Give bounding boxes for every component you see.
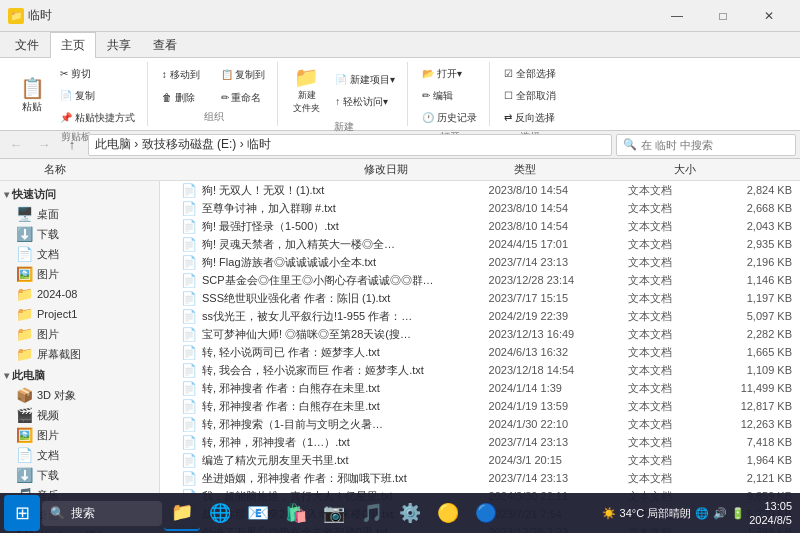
- taskbar-photos[interactable]: 📷: [316, 495, 352, 531]
- move-to-button[interactable]: ↕ 移动到: [156, 65, 213, 85]
- start-button[interactable]: ⊞: [4, 495, 40, 531]
- taskbar-file-explorer[interactable]: 📁: [164, 495, 200, 531]
- table-row[interactable]: 📄转, 我会合，轻小说家而巨 作者：姬梦李人.txt2023/12/18 14:…: [160, 361, 800, 379]
- clipboard-buttons: 📋 粘贴 ✂ 剪切 📄 复制 📌 粘贴快捷方式: [12, 64, 141, 128]
- taskbar-store[interactable]: 🛍️: [278, 495, 314, 531]
- copy-button[interactable]: 📄 复制: [54, 86, 141, 106]
- table-row[interactable]: 📄转, 邪神，邪神搜者（1…）.txt2023/7/14 23:13文本文档7,…: [160, 433, 800, 451]
- file-size: 2,043 KB: [716, 220, 800, 232]
- file-date: 2023/12/28 23:14: [485, 274, 624, 286]
- copy-to-button[interactable]: 📋 复制到: [215, 65, 272, 85]
- tab-share[interactable]: 共享: [96, 32, 142, 58]
- table-row[interactable]: 📄SSS绝世职业强化者 作者：陈旧 (1).txt2023/7/17 15:15…: [160, 289, 800, 307]
- table-row[interactable]: 📄SCP基金会◎住里王◎小阁心存者诚诚◎◎群…2023/12/28 23:14文…: [160, 271, 800, 289]
- file-date: 2023/7/14 23:13: [485, 472, 624, 484]
- table-row[interactable]: 📄狗! Flag游族者◎诚诚诚诚小全本.txt2023/7/14 23:13文本…: [160, 253, 800, 271]
- sidebar-item-3dobjects[interactable]: 📦3D 对象: [0, 385, 159, 405]
- copy-path-button[interactable]: 📌 粘贴快捷方式: [54, 108, 141, 128]
- sidebar-section-quickaccess-header[interactable]: ▾ 快速访问: [0, 185, 159, 204]
- search-box[interactable]: 🔍: [616, 134, 796, 156]
- col-header-type[interactable]: 类型: [510, 162, 610, 177]
- delete-button[interactable]: 🗑 删除: [156, 88, 213, 108]
- sidebar-item-docs2[interactable]: 📄文档: [0, 445, 159, 465]
- tab-file[interactable]: 文件: [4, 32, 50, 58]
- edit-button[interactable]: ✏ 编辑: [416, 86, 483, 106]
- sidebar-item-downloads[interactable]: ⬇️下载: [0, 224, 159, 244]
- app-icon: 📁: [8, 8, 24, 24]
- table-row[interactable]: 📄宝可梦神仙大师! ◎猫咪◎至第28天诶(搜…2023/12/13 16:49文…: [160, 325, 800, 343]
- close-button[interactable]: ✕: [746, 0, 792, 32]
- file-size: 2,668 KB: [716, 202, 800, 214]
- sidebar-item-pictures2[interactable]: 🖼️图片: [0, 425, 159, 445]
- address-path[interactable]: 此电脑 › 致技移动磁盘 (E:) › 临时: [88, 134, 612, 156]
- table-row[interactable]: 📄至尊争讨神，加入群聊 #.txt2023/8/10 14:54文本文档2,66…: [160, 199, 800, 217]
- sidebar-item-screenshots[interactable]: 📁屏幕截图: [0, 344, 159, 364]
- rename-button[interactable]: ✏ 重命名: [215, 88, 272, 108]
- new-folder-label: 新建文件夹: [293, 89, 320, 115]
- select-all-button[interactable]: ☑ 全部选择: [498, 64, 562, 84]
- sidebar-item-documents[interactable]: 📄文档: [0, 244, 159, 264]
- table-row[interactable]: 📄狗! 无双人！无双！(1).txt2023/8/10 14:54文本文档2,8…: [160, 181, 800, 199]
- sidebar-item-images[interactable]: 📁图片: [0, 324, 159, 344]
- taskbar-app2[interactable]: 🔵: [468, 495, 504, 531]
- minimize-button[interactable]: —: [654, 0, 700, 32]
- cut-button[interactable]: ✂ 剪切: [54, 64, 141, 84]
- tab-home[interactable]: 主页: [50, 32, 96, 58]
- taskbar-search[interactable]: 🔍 搜索: [42, 501, 162, 526]
- new-label: 新建: [334, 120, 354, 134]
- sidebar-section-quickaccess-label: 快速访问: [12, 187, 56, 202]
- file-list[interactable]: 📄狗! 无双人！无双！(1).txt2023/8/10 14:54文本文档2,8…: [160, 181, 800, 533]
- sidebar-item-desktop[interactable]: 🖥️桌面: [0, 204, 159, 224]
- file-icon: 📄: [180, 363, 198, 378]
- sidebar-item-pictures[interactable]: 🖼️图片: [0, 264, 159, 284]
- taskbar-volume-icon: 🔊: [713, 507, 727, 520]
- sidebar-item-2024-08[interactable]: 📁2024-08: [0, 284, 159, 304]
- taskbar-edge[interactable]: 🌐: [202, 495, 238, 531]
- invert-selection-button[interactable]: ⇄ 反向选择: [498, 108, 562, 128]
- col-header-size[interactable]: 大小: [610, 162, 700, 177]
- forward-button[interactable]: →: [32, 134, 56, 156]
- up-button[interactable]: ↑: [60, 134, 84, 156]
- search-input[interactable]: [641, 139, 789, 151]
- file-type: 文本文档: [624, 327, 717, 342]
- new-folder-icon: 📁: [294, 67, 319, 87]
- file-size: 2,121 KB: [716, 472, 800, 484]
- file-date: 2024/3/1 20:15: [485, 454, 624, 466]
- tab-view[interactable]: 查看: [142, 32, 188, 58]
- file-type: 文本文档: [624, 237, 717, 252]
- maximize-button[interactable]: □: [700, 0, 746, 32]
- col-header-date[interactable]: 修改日期: [360, 162, 510, 177]
- history-button[interactable]: 🕐 历史记录: [416, 108, 483, 128]
- sidebar-item-downloads2[interactable]: ⬇️下载: [0, 465, 159, 485]
- sidebar-item-video[interactable]: 🎬视频: [0, 405, 159, 425]
- select-none-button[interactable]: ☐ 全部取消: [498, 86, 562, 106]
- file-size: 2,824 KB: [716, 184, 800, 196]
- docs-icon-2: 📄: [16, 447, 33, 463]
- sidebar-item-project1[interactable]: 📁Project1: [0, 304, 159, 324]
- taskbar-settings[interactable]: ⚙️: [392, 495, 428, 531]
- table-row[interactable]: 📄编造了精次元朋友里天书里.txt2024/3/1 20:15文本文档1,964…: [160, 451, 800, 469]
- table-row[interactable]: 📄坐进婚姻，邪神搜者 作者：邪咖哦下班.txt2023/7/14 23:13文本…: [160, 469, 800, 487]
- pictures-icon: 🖼️: [16, 266, 33, 282]
- table-row[interactable]: 📄ss伐光王，被女儿平叙行边!1-955 作者：…2024/2/19 22:39…: [160, 307, 800, 325]
- back-button[interactable]: ←: [4, 134, 28, 156]
- sidebar-section-thispc-header[interactable]: ▾ 此电脑: [0, 366, 159, 385]
- taskbar-music[interactable]: 🎵: [354, 495, 390, 531]
- taskbar-app1[interactable]: 🟡: [430, 495, 466, 531]
- table-row[interactable]: 📄狗! 最强打怪录（1-500）.txt2023/8/10 14:54文本文档2…: [160, 217, 800, 235]
- easy-access-button[interactable]: ↑ 轻松访问▾: [329, 92, 401, 112]
- table-row[interactable]: 📄转, 轻小说两司已 作者：姬梦李人.txt2024/6/13 16:32文本文…: [160, 343, 800, 361]
- new-item-button[interactable]: 📄 新建项目▾: [329, 70, 401, 90]
- table-row[interactable]: 📄狗! 灵魂天禁者，加入精英大一楼◎全…2024/4/15 17:01文本文档2…: [160, 235, 800, 253]
- table-row[interactable]: 📄转, 邪神搜索（1-目前与文明之火暑…2024/1/30 22:10文本文档1…: [160, 415, 800, 433]
- new-folder-button[interactable]: 📁 新建文件夹: [286, 64, 327, 118]
- file-type: 文本文档: [624, 453, 717, 468]
- taskbar-mail[interactable]: 📧: [240, 495, 276, 531]
- table-row[interactable]: 📄转, 邪神搜者 作者：白熊存在未里.txt2024/1/19 13:59文本文…: [160, 397, 800, 415]
- file-size: 1,197 KB: [716, 292, 800, 304]
- table-row[interactable]: 📄转, 邪神搜者 作者：白熊存在未里.txt2024/1/14 1:39文本文档…: [160, 379, 800, 397]
- open-button[interactable]: 📂 打开▾: [416, 64, 483, 84]
- col-header-name[interactable]: 名称: [40, 162, 360, 177]
- paste-button[interactable]: 📋 粘贴: [12, 69, 52, 123]
- file-date: 2023/8/10 14:54: [485, 202, 624, 214]
